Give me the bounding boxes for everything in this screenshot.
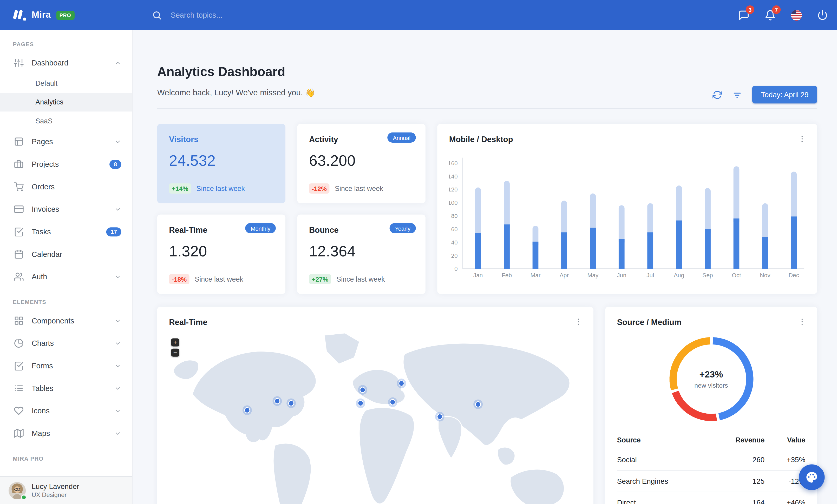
sidebar-item-tasks[interactable]: Tasks17 [0,220,132,243]
table-row-direct: Direct164+46% [617,492,805,504]
sidebar-user-footer[interactable]: Lucy Lavender UX Designer [0,476,132,504]
sidebar-item-auth[interactable]: Auth [0,265,132,288]
sidebar-item-icons[interactable]: Icons [0,399,132,422]
sidebar-item-orders[interactable]: Orders [0,175,132,198]
chevron-down-icon [114,138,121,145]
sidebar-item-calendar[interactable]: Calendar [0,243,132,265]
theme-settings-fab[interactable] [799,465,824,490]
pie-chart-icon [14,338,24,348]
check-square-icon [14,361,24,371]
map-marker-us-central[interactable] [273,396,282,406]
map-marker-china[interactable] [473,399,483,409]
chevron-down-icon [114,385,121,392]
map-marker-south-east-europe[interactable] [388,397,397,407]
sidebar-item-dashboard[interactable]: Dashboard [0,52,132,74]
stat-delta-chip: +27% [309,274,331,284]
sidebar-item-components[interactable]: Components [0,310,132,332]
stat-title: Visitors [169,135,273,144]
svg-text:Apr: Apr [560,272,569,279]
sidebar-item-label: Pages [32,137,53,146]
svg-text:Aug: Aug [674,272,684,279]
sidebar-item-label: Invoices [32,205,59,213]
chart-title: Mobile / Desktop [449,135,805,144]
search-icon [152,10,162,20]
world-map[interactable]: + − [169,330,582,504]
date-range-button[interactable]: Today: April 29 [752,86,817,104]
map-marker-india[interactable] [435,412,445,422]
chevron-down-icon [114,317,121,324]
sidebar-badge: 8 [109,160,121,169]
messages-button[interactable]: 3 [738,9,749,21]
map-marker-london[interactable] [358,385,367,395]
chevron-down-icon [114,206,121,213]
stat-period-tag[interactable]: Monthly [245,223,276,233]
map-menu-button[interactable] [572,315,585,329]
sidebar-item-label: Icons [32,407,50,415]
source-table-header-row: Source Revenue Value [617,433,805,449]
language-flag-button[interactable] [790,9,802,21]
map-marker-moscow[interactable] [397,379,406,388]
global-search [152,10,738,20]
mira-dashboard-app: Mira PRO 3 7 [0,0,837,504]
grid-icon [14,316,24,325]
sidebar-item-label: Dashboard [32,58,68,67]
col-revenue: Revenue [724,433,765,449]
screenshot-stage: Mira PRO 3 7 [0,0,837,504]
sidebar-item-forms[interactable]: Forms [0,354,132,377]
svg-text:80: 80 [451,212,458,219]
chevron-down-icon [114,273,121,280]
map-marker-us-west[interactable] [243,406,252,415]
col-value: Value [765,433,805,449]
stat-caption: Since last week [195,275,243,283]
sidebar-subitem-default[interactable]: Default [0,74,132,93]
row-map-source: Real-Time + − Source / Medium +23% [157,307,817,504]
credit-card-icon [14,204,24,214]
world-map-svg [169,330,582,504]
sidebar-item-tables[interactable]: Tables [0,377,132,399]
source-menu-button[interactable] [796,315,809,329]
chevron-down-icon [114,430,121,437]
source-medium-card: Source / Medium +23% new visitors Source… [605,307,817,504]
stat-period-tag[interactable]: Annual [388,132,416,143]
map-marker-spain[interactable] [356,398,365,408]
sidebar-item-maps[interactable]: Maps [0,422,132,445]
cell-revenue: 125 [724,471,765,492]
row-stats-chart: Visitors24.532+14%Since last weekActivit… [157,124,817,294]
sidebar-badge: 17 [106,227,121,236]
logout-button[interactable] [817,9,829,21]
refresh-button[interactable] [713,90,723,99]
chart-menu-button[interactable] [796,132,809,146]
donut-chart [666,334,756,424]
map-zoom-controls: + − [171,338,179,357]
stat-period-tag[interactable]: Yearly [390,223,416,233]
header-divider [157,108,817,109]
map-zoom-in-button[interactable]: + [171,338,179,347]
donut-slice-search-engines[interactable] [675,392,716,417]
sidebar-item-projects[interactable]: Projects8 [0,153,132,175]
donut-slice-direct[interactable] [673,341,710,389]
cell-revenue: 260 [724,449,765,471]
svg-text:Jan: Jan [473,272,483,279]
stat-card-bounce: BounceYearly12.364+27%Since last week [297,214,426,294]
map-zoom-out-button[interactable]: − [171,349,179,357]
filter-button[interactable] [732,89,743,100]
sidebar-item-pages[interactable]: Pages [0,130,132,153]
sidebar-subitem-analytics[interactable]: Analytics [0,93,132,111]
sidebar-subitem-saas[interactable]: SaaS [0,111,132,130]
search-icon [152,10,162,20]
chevron-down-icon [114,362,121,369]
user-role: UX Designer [32,492,79,498]
sidebar-item-charts[interactable]: Charts [0,332,132,355]
donut-slice-social[interactable] [712,341,749,417]
map-marker-us-east[interactable] [286,398,296,408]
sidebar-item-invoices[interactable]: Invoices [0,198,132,221]
svg-text:May: May [587,272,599,279]
stat-value: 24.532 [169,152,273,170]
stat-card-visitors: Visitors24.532+14%Since last week [157,124,285,203]
layout-icon [14,137,24,146]
notifications-button[interactable]: 7 [764,9,776,21]
search-input[interactable] [170,10,341,20]
brand[interactable]: Mira PRO [0,8,132,22]
chevron-up-icon [114,59,121,66]
stat-value: 63.200 [309,152,413,170]
